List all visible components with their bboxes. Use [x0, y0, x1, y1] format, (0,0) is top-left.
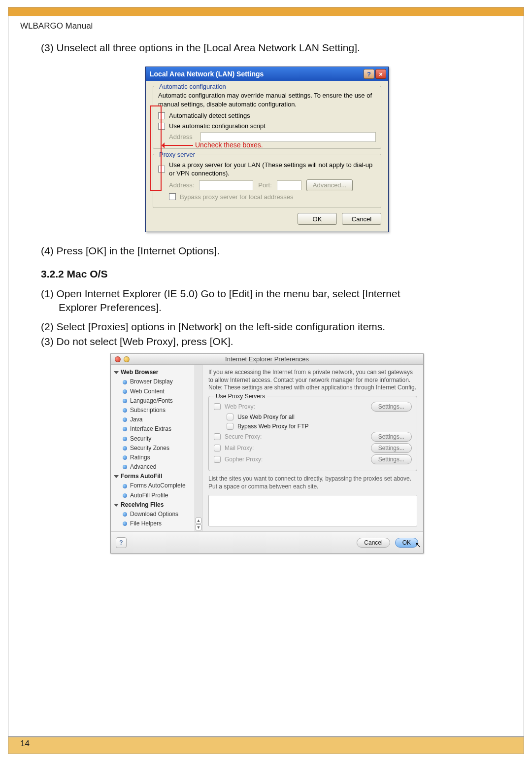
label-use-all: Use Web Proxy for all — [237, 413, 412, 421]
label-mail-proxy: Mail Proxy: — [225, 444, 367, 452]
mac-step-1a: (1) Open Internet Explorer (IE 5.0) Go t… — [41, 287, 493, 301]
bullet-icon — [123, 417, 127, 422]
bullet-icon — [123, 408, 127, 413]
proxy-port-input[interactable] — [277, 180, 301, 190]
step-4: (4) Press [OK] in the [Internet Options]… — [41, 244, 493, 258]
checkbox-use-proxy[interactable] — [158, 166, 165, 173]
settings-secure-proxy-button[interactable]: Settings... — [371, 432, 412, 442]
mac-titlebar: Internet Explorer Preferences — [111, 354, 423, 365]
sidebar-item-subscriptions[interactable]: Subscriptions — [114, 406, 200, 415]
sidebar-item-autofill-profile[interactable]: AutoFill Profile — [114, 491, 200, 500]
bottom-orange-bar: 14 — [8, 737, 524, 754]
annotation-uncheck: Uncheck these boxes. — [195, 140, 263, 150]
page-frame: WLBARGO Manual (3) Unselect all three op… — [8, 7, 524, 754]
sidebar-item-security-zones[interactable]: Security Zones — [114, 444, 200, 453]
settings-gopher-proxy-button[interactable]: Settings... — [371, 454, 412, 464]
advanced-button[interactable]: Advanced... — [306, 179, 353, 191]
automatic-config-group: Automatic configuration Automatic config… — [153, 86, 381, 148]
xp-title: Local Area Network (LAN) Settings — [150, 69, 264, 79]
proxy-address-input[interactable] — [199, 180, 253, 190]
sidebar-cat-web-browser[interactable]: Web Browser — [114, 368, 200, 377]
checkbox-web-proxy[interactable] — [214, 403, 221, 410]
address-label: Address — [169, 133, 193, 141]
use-proxy-servers-group: Use Proxy Servers Web Proxy: Settings...… — [208, 396, 417, 471]
xp-titlebar: Local Area Network (LAN) Settings ? × — [146, 67, 388, 81]
sidebar-cat-forms-autofill[interactable]: Forms AutoFill — [114, 472, 200, 481]
bullet-icon — [123, 389, 127, 394]
bullet-icon — [123, 446, 127, 451]
sidebar-item-interface-extras[interactable]: Interface Extras — [114, 424, 200, 434]
mac-title: Internet Explorer Preferences — [111, 355, 423, 364]
mac-help-button[interactable]: ? — [116, 537, 127, 548]
label-bypass: Bypass proxy server for local addresses — [180, 193, 293, 202]
bypass-list-textarea[interactable] — [208, 495, 417, 526]
sidebar-item-forms-autocomplete[interactable]: Forms AutoComplete — [114, 481, 200, 490]
bullet-icon — [123, 484, 127, 488]
sidebar-item-ratings[interactable]: Ratings — [114, 453, 200, 462]
checkbox-bypass[interactable] — [169, 193, 176, 200]
section-heading-mac: 3.2.2 Mac O/S — [41, 267, 493, 281]
checkbox-auto-detect[interactable] — [158, 112, 165, 119]
top-orange-bar — [8, 7, 524, 16]
cancel-button[interactable]: Cancel — [342, 213, 381, 225]
sidebar-item-download-options[interactable]: Download Options — [114, 510, 200, 519]
checkbox-gopher-proxy[interactable] — [214, 456, 221, 463]
scroll-up-icon[interactable]: ▲ — [196, 518, 201, 523]
sidebar-item-language-fonts[interactable]: Language/Fonts — [114, 396, 200, 406]
sidebar-cat-receiving-files[interactable]: Receiving Files — [114, 500, 200, 510]
scroll-down-icon[interactable]: ▼ — [196, 524, 201, 530]
sidebar-item-advanced[interactable]: Advanced — [114, 462, 200, 472]
bullet-icon — [123, 512, 127, 517]
help-button[interactable]: ? — [364, 69, 374, 79]
port-label: Port: — [258, 181, 271, 190]
close-button[interactable]: × — [375, 69, 386, 79]
disclosure-triangle-icon — [114, 504, 119, 507]
mac-screenshot-container: Internet Explorer Preferences Web Browse… — [41, 353, 493, 554]
bullet-icon — [123, 465, 127, 469]
group-label-proxy: Proxy server — [157, 150, 197, 159]
disclosure-triangle-icon — [114, 475, 119, 478]
mac-note: If you are accessing the Internet from a… — [208, 369, 417, 392]
page-number: 14 — [20, 739, 30, 749]
page-content: (3) Unselect all three options in the [L… — [8, 31, 524, 571]
label-secure-proxy: Secure Proxy: — [225, 433, 367, 441]
group-label-auto: Automatic configuration — [157, 82, 228, 91]
addr-label: Address: — [169, 181, 194, 190]
checkbox-secure-proxy[interactable] — [214, 433, 221, 440]
label-bypass-ftp: Bypass Web Proxy for FTP — [237, 422, 412, 430]
ok-button[interactable]: OK — [298, 213, 337, 225]
proxy-server-group: Proxy server Use a proxy server for your… — [153, 154, 381, 208]
mac-step-3: (3) Do not select [Web Proxy], press [OK… — [41, 335, 493, 348]
sidebar-item-security[interactable]: Security — [114, 434, 200, 444]
label-auto-detect: Automatically detect settings — [169, 111, 250, 120]
mac-step-1b: Explorer Preferences]. — [41, 301, 493, 314]
list-note: List the sites you want to connect to di… — [208, 475, 417, 490]
manual-header: WLBARGO Manual — [8, 16, 524, 31]
checkbox-auto-script[interactable] — [158, 123, 165, 130]
bullet-icon — [123, 427, 127, 431]
mac-cancel-button[interactable]: Cancel — [357, 538, 390, 548]
group-label-proxy: Use Proxy Servers — [214, 392, 267, 400]
sidebar-item-java[interactable]: Java — [114, 415, 200, 424]
step-3: (3) Unselect all three options in the [L… — [41, 41, 493, 55]
mac-step-2: (2) Select [Proxies] options in [Network… — [41, 320, 493, 334]
label-use-proxy: Use a proxy server for your LAN (These s… — [169, 161, 376, 178]
red-arrow — [164, 145, 193, 146]
checkbox-bypass-ftp[interactable] — [227, 423, 233, 430]
sidebar-item-file-helpers[interactable]: File Helpers — [114, 519, 200, 528]
xp-screenshot-container: Local Area Network (LAN) Settings ? × Au… — [41, 67, 493, 232]
sidebar-item-browser-display[interactable]: Browser Display — [114, 377, 200, 386]
cursor-icon: ↖ — [415, 540, 421, 551]
checkbox-mail-proxy[interactable] — [214, 445, 221, 451]
auto-desc: Automatic configuration may override man… — [158, 91, 376, 108]
sidebar-item-web-content[interactable]: Web Content — [114, 387, 200, 396]
settings-web-proxy-button[interactable]: Settings... — [371, 402, 412, 412]
mac-footer: ? Cancel OK ↖ — [111, 531, 423, 553]
sidebar-scrollbar[interactable]: ▲ ▼ — [195, 365, 202, 531]
checkbox-use-all[interactable] — [227, 414, 233, 420]
label-web-proxy: Web Proxy: — [225, 403, 367, 411]
bullet-icon — [123, 437, 127, 441]
settings-mail-proxy-button[interactable]: Settings... — [371, 443, 412, 453]
bullet-icon — [123, 380, 127, 384]
ie-prefs-dialog: Internet Explorer Preferences Web Browse… — [110, 353, 424, 554]
